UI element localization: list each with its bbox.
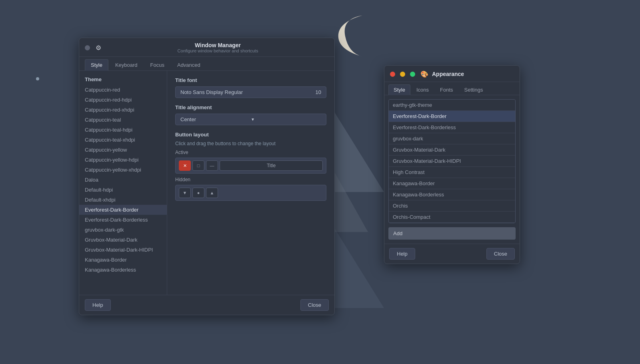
ap-tab-icons[interactable]: Icons — [411, 84, 434, 95]
button-layout-desc: Click and drag the buttons to change the… — [175, 141, 326, 146]
theme-item-catppuccin-red-hdpi[interactable]: Catppuccin-red-hdpi — [79, 95, 167, 105]
wm-title: Window Manager — [107, 42, 329, 48]
appearance-dialog: 🎨 Appearance Style Icons Fonts Settings … — [384, 65, 520, 264]
tab-focus[interactable]: Focus — [144, 59, 170, 70]
ap-footer: Help Close — [384, 244, 520, 264]
theme-item-catppuccin-teal[interactable]: Catppuccin-teal — [79, 115, 167, 125]
wm-help-button[interactable]: Help — [85, 299, 111, 311]
theme-item-gruvbox-material-dark-hidpi[interactable]: Gruvbox-Material-Dark-HIDPI — [79, 245, 167, 255]
active-maximize-button[interactable]: □ — [192, 160, 204, 171]
ap-tab-style[interactable]: Style — [388, 84, 410, 95]
moon-decoration — [328, 12, 376, 60]
theme-item-default-hdpi[interactable]: Default-hdpi — [79, 185, 167, 195]
ap-theme-orchis-compact[interactable]: Orchis-Compact — [389, 212, 515, 223]
ap-close-button[interactable]: Close — [486, 248, 515, 260]
ap-tab-fonts[interactable]: Fonts — [435, 84, 458, 95]
hidden-label: Hidden — [175, 177, 326, 182]
theme-section-label: Theme — [79, 75, 167, 85]
hidden-button-3[interactable]: ▲ — [206, 188, 218, 198]
ap-close-window-button[interactable] — [390, 72, 395, 77]
active-minimize-button[interactable]: — — [206, 160, 218, 171]
ap-theme-gruvbox-material-dark-hidpi[interactable]: Gruvbox-Material-Dark-HIDPI — [389, 156, 515, 167]
ap-minimize-window-button[interactable] — [400, 72, 405, 77]
ap-theme-gruvbox-material-dark[interactable]: Gruvbox-Material-Dark — [389, 144, 515, 156]
ap-add-button[interactable]: Add — [388, 227, 516, 240]
theme-item-catppuccin-teal-hdpi[interactable]: Catppuccin-teal-hdpi — [79, 125, 167, 135]
theme-item-catppuccin-yellow-xhdpi[interactable]: Catppuccin-yellow-xhdpi — [79, 165, 167, 175]
hidden-button-2[interactable]: ● — [192, 188, 204, 198]
wm-tabs: Style Keyboard Focus Advanced — [79, 57, 334, 71]
button-layout-label: Button layout — [175, 132, 326, 138]
wm-close-window-button[interactable] — [85, 45, 90, 50]
active-close-button[interactable]: ✕ — [179, 160, 191, 171]
theme-item-gruvbox-material-dark[interactable]: Gruvbox-Material-Dark — [79, 235, 167, 245]
ap-theme-everforest-dark-border[interactable]: Everforest-Dark-Border — [389, 111, 515, 122]
title-alignment-value: Center — [180, 116, 251, 122]
tab-keyboard[interactable]: Keyboard — [109, 59, 144, 70]
theme-item-gruvbox-dark-gtk[interactable]: gruvbox-dark-gtk — [79, 225, 167, 235]
theme-item-catppuccin-red-xhdpi[interactable]: Catppuccin-red-xhdpi — [79, 105, 167, 115]
active-label: Active — [175, 150, 326, 155]
ap-theme-kanagawa-borderless[interactable]: Kanagawa-Borderless — [389, 189, 515, 200]
theme-item-catppuccin-yellow[interactable]: Catppuccin-yellow — [79, 145, 167, 155]
theme-item-everforest-dark-border[interactable]: Everforest-Dark-Border — [79, 205, 167, 215]
ap-theme-everforest-dark-borderless[interactable]: Everforest-Dark-Borderless — [389, 122, 515, 133]
wm-app-icon: ⚙ — [94, 43, 103, 52]
theme-item-kanagawa-border[interactable]: Kanagawa-Border — [79, 255, 167, 265]
ap-theme-list: earthy-gtk-theme Everforest-Dark-Border … — [388, 99, 516, 223]
tab-advanced[interactable]: Advanced — [171, 59, 206, 70]
wm-close-button[interactable]: Close — [300, 299, 329, 311]
wm-content: Theme Catppuccin-red Catppuccin-red-hdpi… — [79, 71, 334, 295]
ap-app-icon: 🎨 — [420, 70, 429, 78]
theme-item-catppuccin-red[interactable]: Catppuccin-red — [79, 85, 167, 95]
active-button-row: ✕ □ — Title — [175, 158, 326, 174]
ap-tabs: Style Icons Fonts Settings — [384, 82, 520, 95]
title-font-row[interactable]: Noto Sans Display Regular 10 — [175, 86, 326, 98]
ap-title: Appearance — [432, 71, 464, 77]
wm-footer: Help Close — [79, 295, 334, 315]
decorative-dot — [36, 77, 39, 80]
chevron-down-icon: ▼ — [251, 117, 321, 122]
title-font-size: 10 — [316, 89, 321, 95]
tab-style[interactable]: Style — [85, 59, 108, 71]
ap-tab-settings[interactable]: Settings — [459, 84, 488, 95]
theme-item-catppuccin-teal-xhdpi[interactable]: Catppuccin-teal-xhdpi — [79, 135, 167, 145]
ap-theme-high-contrast[interactable]: High Contrast — [389, 167, 515, 178]
ap-titlebar: 🎨 Appearance — [384, 66, 520, 82]
ap-maximize-window-button[interactable] — [410, 72, 415, 77]
active-title-placeholder: Title — [220, 160, 323, 171]
hidden-button-1[interactable]: ▼ — [179, 188, 191, 198]
wm-theme-list: Theme Catppuccin-red Catppuccin-red-hdpi… — [79, 71, 167, 295]
ap-theme-orchis-teal[interactable]: Orchis-Teal... — [389, 223, 515, 223]
ap-content: earthy-gtk-theme Everforest-Dark-Border … — [384, 95, 520, 244]
theme-item-kanagawa-borderless[interactable]: Kanagawa-Borderless — [79, 265, 167, 275]
window-manager-dialog: ⚙ Window Manager Configure window behavi… — [79, 38, 335, 315]
title-font-name: Noto Sans Display Regular — [180, 89, 316, 95]
theme-item-default-xhdpi[interactable]: Default-xhdpi — [79, 195, 167, 205]
ap-theme-gruvbox-dark[interactable]: gruvbox-dark — [389, 133, 515, 144]
wm-right-panel: Title font Noto Sans Display Regular 10 … — [167, 71, 334, 295]
theme-item-everforest-dark-borderless[interactable]: Everforest-Dark-Borderless — [79, 215, 167, 225]
theme-item-daloa[interactable]: Daloa — [79, 175, 167, 185]
hidden-button-row: ▼ ● ▲ — [175, 185, 326, 201]
wm-subtitle: Configure window behavior and shortcuts — [107, 48, 329, 53]
wm-title-group: Window Manager Configure window behavior… — [107, 42, 329, 53]
title-font-label: Title font — [175, 77, 326, 83]
button-layout-section: Button layout Click and drag the buttons… — [175, 132, 326, 201]
wm-titlebar: ⚙ Window Manager Configure window behavi… — [79, 38, 334, 57]
ap-theme-orchis[interactable]: Orchis — [389, 200, 515, 212]
theme-item-catppuccin-yellow-hdpi[interactable]: Catppuccin-yellow-hdpi — [79, 155, 167, 165]
ap-help-button[interactable]: Help — [389, 248, 415, 260]
ap-theme-kanagawa-border[interactable]: Kanagawa-Border — [389, 178, 515, 189]
ap-theme-earthy[interactable]: earthy-gtk-theme — [389, 100, 515, 111]
title-alignment-select[interactable]: Center ▼ — [175, 114, 326, 125]
title-alignment-label: Title alignment — [175, 104, 326, 110]
